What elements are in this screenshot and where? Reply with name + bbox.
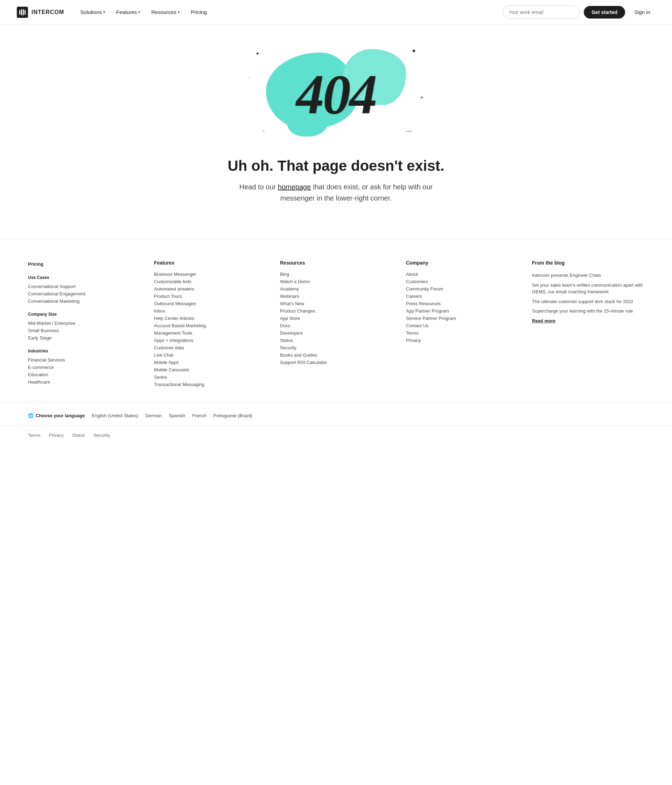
footer-link-inbox[interactable]: Inbox [154,307,266,314]
resources-title: Resources [280,260,392,266]
footer-col-4: Company About Customers Community Forum … [406,260,518,388]
footer-link-help-center[interactable]: Help Center Articles [154,314,266,322]
footer-link-small-business[interactable]: Small Business [28,327,140,334]
deco-swirl: ⌒ [405,130,413,140]
footer-link-live-chat[interactable]: Live Chat [154,351,266,359]
footer-link-academy[interactable]: Academy [280,285,392,292]
footer-link-conv-marketing[interactable]: Conversational Marketing [28,297,140,305]
footer-link-healthcare[interactable]: Healthcare [28,378,140,386]
footer-link-press-resources[interactable]: Press Resources [406,300,518,307]
industries-label: Industries [28,349,140,353]
svg-rect-4 [25,10,25,15]
footer-link-developers[interactable]: Developers [280,329,392,337]
svg-rect-3 [23,9,24,16]
nav-resources[interactable]: Resources ▾ [146,6,184,18]
language-de[interactable]: German [145,413,162,418]
nav-solutions[interactable]: Solutions ▾ [75,6,110,18]
footer-link-mobile-carousels[interactable]: Mobile Carousels [154,366,266,374]
footer-link-early-stage[interactable]: Early Stage [28,334,140,342]
footer-link-outbound-messages[interactable]: Outbound Messages [154,300,266,307]
footer-link-app-partner[interactable]: App Partner Program [406,307,518,314]
footer-link-product-changes[interactable]: Product Changes [280,307,392,314]
footer-link-service-partner[interactable]: Service Partner Program [406,314,518,322]
deco-star-1: ✦ [255,51,260,56]
footer-link-customizable-bots[interactable]: Customizable bots [154,278,266,285]
footer-link-customer-data[interactable]: Customer data [154,344,266,351]
get-started-button[interactable]: Get started [584,6,625,19]
footer-link-books-guides[interactable]: Books and Guides [280,351,392,359]
logo-text: INTERCOM [31,9,64,16]
chevron-down-icon: ▾ [178,10,180,14]
chevron-down-icon: ▾ [138,10,140,14]
footer-link-app-store[interactable]: App Store [280,314,392,322]
language-es[interactable]: Spanish [169,413,185,418]
footer-link-education[interactable]: Education [28,371,140,378]
language-fr[interactable]: French [192,413,206,418]
nav-cta: Get started Sign in [503,6,655,19]
language-pt[interactable]: Portuguese (Brazil) [214,413,252,418]
bottom-security[interactable]: Security [94,433,110,438]
footer-link-webinars[interactable]: Webinars [280,292,392,300]
footer-link-business-messenger[interactable]: Business Messenger [154,271,266,278]
language-label: 🌐 Choose your language [28,413,85,418]
homepage-link[interactable]: homepage [278,183,311,191]
sign-in-link[interactable]: Sign in [629,6,655,18]
footer-link-transactional-messaging[interactable]: Transactional Messaging [154,381,266,388]
deco-dot: · [248,75,250,80]
footer-link-privacy[interactable]: Privacy [406,337,518,344]
footer-link-status[interactable]: Status [280,337,392,344]
footer-link-account-based-marketing[interactable]: Account Based Marketing [154,322,266,329]
company-size-label: Company Size [28,312,140,317]
footer-link-support-roi[interactable]: Support ROI Calculator [280,359,392,366]
footer-link-ecommerce[interactable]: E-commerce [28,364,140,371]
blog-link-3[interactable]: Supercharge your learning with the 15-mi… [532,306,644,316]
footer-link-security[interactable]: Security [280,344,392,351]
footer-link-mid-market[interactable]: Mid-Market / Enterprise [28,319,140,327]
globe-icon: 🌐 [28,413,34,418]
footer-link-contact-us[interactable]: Contact Us [406,322,518,329]
footer-link-financial[interactable]: Financial Services [28,356,140,364]
blog-link-2[interactable]: The ultimate customer support tech stack… [532,297,644,306]
error-title: Uh oh. That page doesn't exist. [228,158,444,174]
footer-link-conv-engagement[interactable]: Conversational Engagement [28,290,140,297]
svg-rect-1 [19,10,20,15]
email-input[interactable] [503,6,580,19]
bottom-bar: Terms Privacy Status Security [0,425,672,445]
bottom-privacy[interactable]: Privacy [48,433,64,438]
footer-link-management-tools[interactable]: Management Tools [154,329,266,337]
footer-link-mobile-apps[interactable]: Mobile Apps [154,359,266,366]
footer-link-about[interactable]: About [406,271,518,278]
footer-link-community-forum[interactable]: Community Forum [406,285,518,292]
footer-link-product-tours[interactable]: Product Tours [154,292,266,300]
footer-link-watch-demo[interactable]: Watch a Demo [280,278,392,285]
blog-link-0[interactable]: Intercom presents Engineer Chats [532,271,644,280]
bottom-terms[interactable]: Terms [28,433,40,438]
footer-link-apps-integrations[interactable]: Apps + Integrations [154,337,266,344]
logo[interactable]: INTERCOM [17,7,64,18]
footer-link-customers[interactable]: Customers [406,278,518,285]
language-section: 🌐 Choose your language English (United S… [0,402,672,425]
deco-circle: ○ [263,129,265,133]
hero-section: ✦ ✦ ⌒ ○ + · 404 Uh oh. That page doesn't… [0,25,672,218]
footer-link-whats-new[interactable]: What's New [280,300,392,307]
nav-links: Solutions ▾ Features ▾ Resources ▾ Prici… [75,6,503,18]
footer-link-series[interactable]: Series [154,374,266,381]
blog-title: From the blog [532,260,644,266]
nav-features[interactable]: Features ▾ [111,6,145,18]
language-en[interactable]: English (United States) [92,413,138,418]
pricing-link[interactable]: Pricing [28,260,140,268]
footer-link-automated-answers[interactable]: Automated answers [154,285,266,292]
footer-link-conv-support[interactable]: Conversational Support [28,283,140,290]
footer-link-blog[interactable]: Blog [280,271,392,278]
blog-link-1[interactable]: Set your sales team's written communicat… [532,280,644,297]
footer-col-3: Resources Blog Watch a Demo Academy Webi… [280,260,392,388]
nav-pricing[interactable]: Pricing [186,6,212,18]
read-more-link[interactable]: Read more [532,318,555,324]
footer-link-terms[interactable]: Terms [406,329,518,337]
footer-link-careers[interactable]: Careers [406,292,518,300]
footer-link-docs[interactable]: Docs [280,322,392,329]
footer-col-5: From the blog Intercom presents Engineer… [532,260,644,388]
bottom-status[interactable]: Status [72,433,85,438]
svg-rect-0 [17,7,28,18]
company-title: Company [406,260,518,266]
